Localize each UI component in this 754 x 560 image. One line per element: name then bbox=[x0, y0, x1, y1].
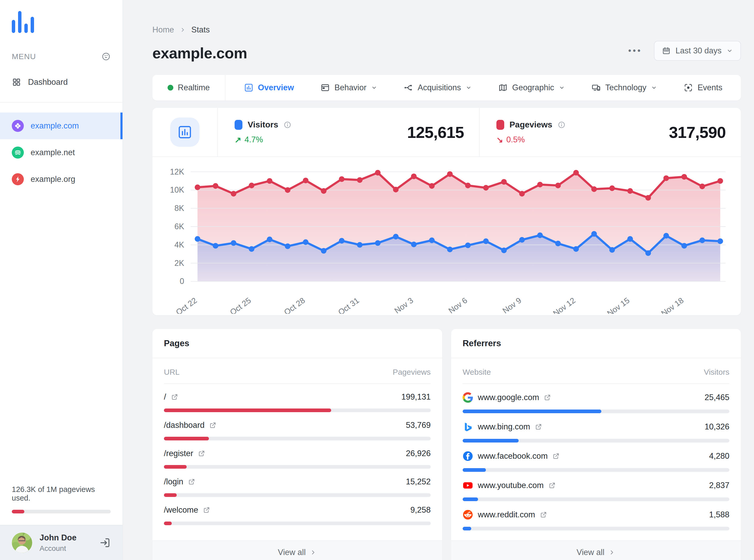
value-bar bbox=[463, 439, 729, 442]
referrer-row: www.google.com25,465 bbox=[463, 384, 729, 413]
referrer-site[interactable]: www.facebook.com bbox=[478, 452, 548, 461]
calendar-icon bbox=[662, 46, 671, 55]
visitors-stat: Visitors ↗ 4.7% 125,615 bbox=[218, 108, 479, 157]
account-info: John Doe Account bbox=[40, 533, 76, 553]
site-list: example.comexample.netexample.org bbox=[0, 113, 122, 193]
referrer-site[interactable]: www.google.com bbox=[478, 393, 539, 402]
page-value: 26,926 bbox=[406, 449, 431, 458]
acquisitions-icon bbox=[404, 83, 413, 93]
view-all-label: View all bbox=[278, 548, 306, 557]
tab-overview[interactable]: Overview bbox=[244, 83, 294, 93]
tab-acquisitions[interactable]: Acquisitions bbox=[404, 83, 471, 93]
page-url[interactable]: / bbox=[164, 392, 166, 402]
page-row: /login15,252 bbox=[164, 469, 431, 497]
youtube-favicon bbox=[463, 480, 473, 491]
tab-technology[interactable]: Technology bbox=[592, 83, 657, 93]
visitors-delta: ↗ 4.7% bbox=[235, 135, 291, 145]
persona-icon[interactable] bbox=[101, 52, 111, 61]
tab-behavior[interactable]: Behavior bbox=[321, 83, 377, 93]
sidebar-item-example.com[interactable]: example.com bbox=[0, 113, 122, 139]
pageviews-delta: ↘ 0.5% bbox=[496, 135, 565, 145]
info-icon[interactable] bbox=[558, 121, 565, 129]
bing-favicon bbox=[463, 422, 473, 432]
sidebar-item-example.org[interactable]: example.org bbox=[0, 166, 122, 193]
logout-icon[interactable] bbox=[99, 537, 111, 548]
date-range-button[interactable]: Last 30 days bbox=[654, 41, 741, 61]
trend-arrow-icon: ↘ bbox=[496, 135, 503, 145]
external-link-icon[interactable] bbox=[544, 394, 551, 401]
view-all-button[interactable]: View all bbox=[451, 540, 741, 560]
page-url[interactable]: /register bbox=[164, 449, 193, 458]
tab-events[interactable]: Events bbox=[683, 83, 722, 93]
view-all-label: View all bbox=[577, 548, 604, 557]
avatar bbox=[12, 533, 32, 553]
tab-label: Behavior bbox=[334, 83, 366, 93]
page-url[interactable]: /dashboard bbox=[164, 421, 205, 430]
breadcrumb: Home Stats bbox=[152, 25, 741, 35]
referrer-row: www.bing.com10,326 bbox=[463, 413, 729, 442]
pageviews-stat: Pageviews ↘ 0.5% 317,590 bbox=[479, 108, 741, 157]
chevron-right-icon bbox=[309, 549, 317, 556]
external-link-icon[interactable] bbox=[203, 506, 210, 514]
value-bar bbox=[463, 409, 729, 413]
chevron-down-icon bbox=[371, 84, 377, 91]
page-row: /register26,926 bbox=[164, 440, 431, 469]
chevron-right-icon bbox=[179, 26, 186, 33]
referrer-site[interactable]: www.bing.com bbox=[478, 422, 530, 432]
pageviews-label: Pageviews bbox=[509, 120, 553, 129]
tab-realtime[interactable]: Realtime bbox=[168, 83, 210, 93]
realtime-dot-icon bbox=[168, 85, 173, 91]
tab-label: Events bbox=[697, 83, 722, 93]
svg-text:Nov 15: Nov 15 bbox=[605, 296, 631, 314]
svg-text:Nov 12: Nov 12 bbox=[552, 296, 577, 314]
page-row: /dashboard53,769 bbox=[164, 412, 431, 440]
svg-text:0: 0 bbox=[180, 277, 184, 285]
area-chart: 02K4K6K8K10K12KOct 22Oct 25Oct 28Oct 31N… bbox=[159, 165, 734, 314]
external-link-icon[interactable] bbox=[188, 478, 195, 485]
account-section[interactable]: John Doe Account bbox=[0, 525, 122, 560]
value-bar bbox=[164, 408, 431, 412]
svg-text:Nov 6: Nov 6 bbox=[447, 296, 469, 314]
sidebar: MENU Dashboard example.comexample.netexa… bbox=[0, 0, 123, 560]
referrer-site[interactable]: www.youtube.com bbox=[478, 481, 544, 490]
svg-text:2K: 2K bbox=[174, 259, 184, 267]
menu-label: MENU bbox=[12, 52, 36, 61]
geographic-icon bbox=[498, 83, 508, 93]
external-link-icon[interactable] bbox=[171, 393, 178, 401]
page-value: 9,258 bbox=[410, 505, 431, 515]
referrer-value: 25,465 bbox=[704, 393, 729, 402]
site-name: example.com bbox=[31, 121, 79, 131]
google-favicon bbox=[463, 392, 473, 403]
site-name: example.net bbox=[31, 148, 75, 157]
page-title: example.com bbox=[152, 44, 247, 62]
tab-label: Overview bbox=[258, 83, 294, 93]
referrer-site[interactable]: www.reddit.com bbox=[478, 510, 535, 519]
referrer-value: 10,326 bbox=[704, 422, 729, 432]
svg-text:Oct 28: Oct 28 bbox=[282, 296, 307, 314]
external-link-icon[interactable] bbox=[198, 450, 205, 457]
sidebar-item-example.net[interactable]: example.net bbox=[0, 139, 122, 166]
dashboard-grid-icon bbox=[12, 78, 21, 87]
external-link-icon[interactable] bbox=[535, 423, 542, 431]
sidebar-item-dashboard[interactable]: Dashboard bbox=[12, 78, 111, 87]
info-icon[interactable] bbox=[284, 121, 291, 129]
value-bar bbox=[164, 522, 431, 525]
visitors-value: 125,615 bbox=[407, 123, 464, 142]
external-link-icon[interactable] bbox=[540, 511, 547, 518]
tab-geographic[interactable]: Geographic bbox=[498, 83, 565, 93]
referrer-row: www.reddit.com1,588 bbox=[463, 501, 729, 540]
page-value: 53,769 bbox=[406, 421, 431, 430]
page-url[interactable]: /login bbox=[164, 477, 183, 486]
tables-row: Pages URL Pageviews /199,131/dashboard53… bbox=[152, 329, 741, 560]
page-url[interactable]: /welcome bbox=[164, 505, 198, 515]
breadcrumb-home[interactable]: Home bbox=[152, 25, 174, 35]
external-link-icon[interactable] bbox=[553, 453, 560, 460]
trend-arrow-icon: ↗ bbox=[235, 135, 241, 145]
external-link-icon[interactable] bbox=[548, 482, 556, 489]
view-all-button[interactable]: View all bbox=[152, 540, 442, 560]
pageviews-value: 317,590 bbox=[669, 123, 726, 142]
external-link-icon[interactable] bbox=[209, 422, 216, 429]
more-options-button[interactable]: ••• bbox=[628, 46, 642, 56]
svg-text:Oct 25: Oct 25 bbox=[228, 296, 253, 314]
svg-text:Nov 3: Nov 3 bbox=[393, 296, 415, 314]
